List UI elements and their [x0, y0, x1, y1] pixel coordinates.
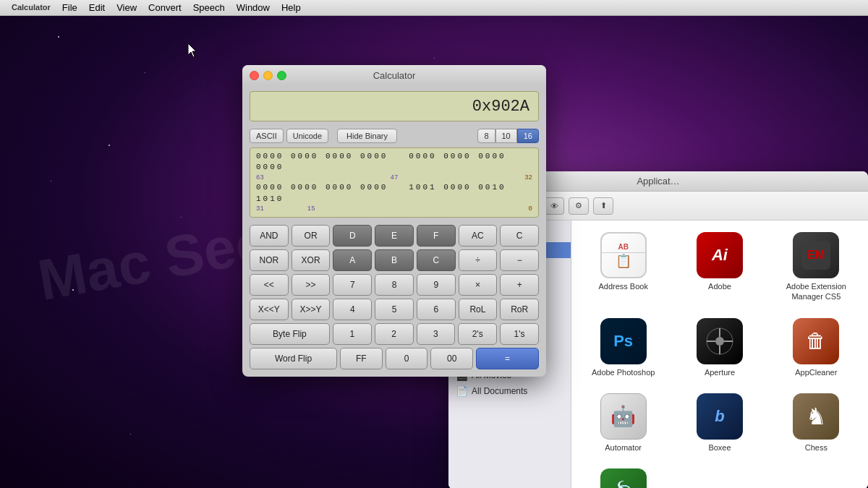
app-chess[interactable]: ♞ Chess: [772, 389, 861, 457]
rol-button[interactable]: RoL: [459, 299, 498, 320]
minus-button[interactable]: −: [500, 249, 539, 271]
binary-row-2: 0000 0000 0000 0000 1001 0000 0010 1010: [256, 182, 532, 205]
two-button[interactable]: 2: [375, 323, 414, 345]
appcleaner-label: AppCleaner: [795, 367, 837, 377]
menubar-app-name[interactable]: Calculator: [6, 0, 56, 15]
xlshifty-button[interactable]: X<<Y: [250, 299, 289, 320]
c-hex-button[interactable]: C: [417, 249, 456, 271]
menubar-help[interactable]: Help: [276, 0, 307, 15]
address-book-label: Address Book: [598, 281, 647, 291]
equals-button[interactable]: =: [476, 348, 539, 369]
plus-button[interactable]: +: [500, 274, 539, 296]
ascii-button[interactable]: ASCII: [250, 129, 284, 143]
d-button[interactable]: D: [333, 225, 372, 247]
traffic-lights: [250, 71, 286, 80]
five-button[interactable]: 5: [375, 299, 414, 320]
app-coda[interactable]: 🍃 Coda: [579, 464, 668, 488]
shift-left-button[interactable]: <<: [250, 274, 289, 296]
unicode-button[interactable]: Unicode: [286, 129, 328, 143]
coda-icon: 🍃: [600, 468, 647, 488]
close-button[interactable]: [250, 71, 259, 80]
ror-button[interactable]: RoR: [500, 299, 539, 320]
sidebar-search-all-documents[interactable]: 📄 All Documents: [448, 383, 571, 399]
button-row-6: Word Flip FF 0 00 =: [250, 348, 539, 369]
twos-complement-button[interactable]: 2's: [458, 323, 497, 345]
calculator-buttons: AND OR D E F AC C NOR XOR A B C ÷ − << >…: [242, 222, 546, 377]
xrshifty-button[interactable]: X>>Y: [292, 299, 331, 320]
menubar-speech[interactable]: Speech: [187, 0, 231, 15]
hide-binary-button[interactable]: Hide Binary: [337, 129, 397, 143]
mode-row: ASCII Unicode Hide Binary 8 10 16: [242, 126, 546, 146]
minimize-button[interactable]: [263, 71, 273, 80]
app-appcleaner[interactable]: 🗑 AppCleaner: [772, 314, 861, 382]
menubar-convert[interactable]: Convert: [142, 0, 187, 15]
automator-icon: 🤖: [600, 393, 647, 440]
xor-button[interactable]: XOR: [292, 249, 331, 271]
adobe-label: Adobe: [708, 281, 731, 291]
app-photoshop[interactable]: Ps Adobe Photoshop: [579, 314, 668, 382]
multiply-button[interactable]: ×: [459, 274, 498, 296]
divide-button[interactable]: ÷: [459, 249, 498, 271]
binary-positions-lower: 31 15 0: [256, 205, 532, 214]
seven-button[interactable]: 7: [333, 274, 372, 296]
app-adobe-ext-mgr[interactable]: EM Adobe Extension Manager CS5: [772, 228, 861, 307]
app-aperture[interactable]: Aperture: [675, 314, 764, 382]
zero-button[interactable]: 0: [386, 348, 428, 369]
app-adobe[interactable]: Ai Adobe: [675, 228, 764, 307]
ones-complement-button[interactable]: 1's: [500, 323, 539, 345]
ext-mgr-label: Adobe Extension Manager CS5: [776, 281, 856, 302]
b-button[interactable]: B: [375, 249, 414, 271]
preview-button[interactable]: 👁: [544, 197, 564, 215]
nine-button[interactable]: 9: [417, 274, 456, 296]
binary-display: 0000 0000 0000 0000 0000 0000 0000 0000 …: [250, 147, 539, 218]
button-row-2: NOR XOR A B C ÷ −: [250, 249, 539, 271]
base-10-button[interactable]: 10: [495, 129, 517, 143]
pos-32: 32: [524, 174, 532, 183]
double-zero-button[interactable]: 00: [430, 348, 473, 369]
app-automator[interactable]: 🤖 Automator: [579, 389, 668, 457]
pos-15: 15: [307, 205, 315, 214]
app-address-book[interactable]: AB 📋 Address Book: [579, 228, 668, 307]
six-button[interactable]: 6: [417, 299, 456, 320]
c-button[interactable]: C: [500, 225, 539, 247]
menubar-file[interactable]: File: [56, 0, 83, 15]
ac-button[interactable]: AC: [459, 225, 498, 247]
calculator-window: Calculator 0x902A ASCII Unicode Hide Bin…: [242, 65, 546, 377]
appcleaner-icon: 🗑: [793, 318, 839, 364]
automator-label: Automator: [605, 442, 642, 453]
base-8-button[interactable]: 8: [477, 129, 495, 143]
button-row-3: << >> 7 8 9 × +: [250, 274, 539, 296]
button-row-4: X<<Y X>>Y 4 5 6 RoL RoR: [250, 299, 539, 320]
word-flip-button[interactable]: Word Flip: [250, 348, 337, 369]
action-button[interactable]: ⚙: [569, 197, 589, 215]
pos-63: 63: [256, 174, 264, 183]
byte-flip-button[interactable]: Byte Flip: [250, 323, 330, 345]
pos-31: 31: [256, 205, 264, 214]
address-book-icon: AB 📋: [600, 232, 647, 278]
three-button[interactable]: 3: [417, 323, 456, 345]
eight-button[interactable]: 8: [375, 274, 414, 296]
photoshop-label: Adobe Photoshop: [592, 367, 655, 377]
menubar-edit[interactable]: Edit: [83, 0, 111, 15]
menubar-view[interactable]: View: [111, 0, 142, 15]
one-button[interactable]: 1: [333, 323, 372, 345]
four-button[interactable]: 4: [333, 299, 372, 320]
binary-positions-upper: 63 47 32: [256, 174, 532, 183]
or-button[interactable]: OR: [292, 225, 331, 247]
base-16-button[interactable]: 16: [517, 129, 539, 143]
finder-title: Applicat…: [637, 176, 679, 187]
aperture-icon: [697, 318, 743, 364]
share-button[interactable]: ⬆: [593, 197, 613, 215]
boxee-icon: b: [697, 393, 743, 440]
f-button[interactable]: F: [417, 225, 456, 247]
a-button[interactable]: A: [333, 249, 372, 271]
e-button[interactable]: E: [375, 225, 414, 247]
app-boxee[interactable]: b Boxee: [675, 389, 764, 457]
maximize-button[interactable]: [277, 71, 286, 80]
shift-right-button[interactable]: >>: [292, 274, 331, 296]
chess-label: Chess: [805, 442, 827, 453]
nor-button[interactable]: NOR: [250, 249, 289, 271]
ff-button[interactable]: FF: [340, 348, 383, 369]
and-button[interactable]: AND: [250, 225, 289, 247]
menubar-window[interactable]: Window: [231, 0, 276, 15]
